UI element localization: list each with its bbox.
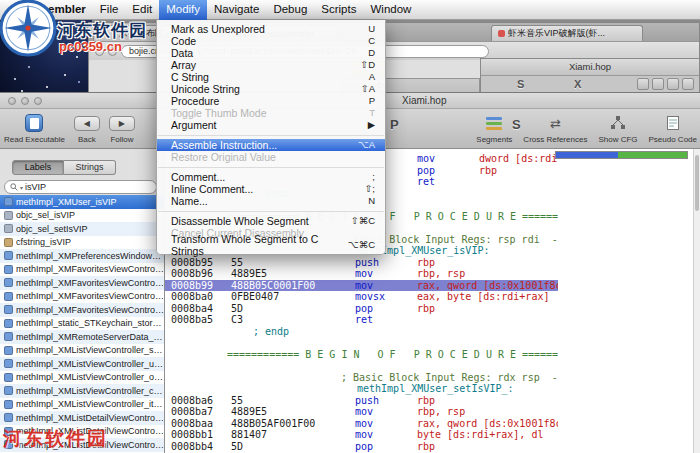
minimize-window-button[interactable] [21,97,29,105]
zoom-window-button[interactable] [34,97,42,105]
symbol-list-item[interactable]: methImpl_XMFavoritesViewController... [0,303,164,317]
symbol-list-item[interactable]: methImpl_XMListDetailViewController... [0,411,164,425]
asm-line[interactable] [165,360,558,372]
modify-menu-item[interactable]: Inline Comment... ⇧; [157,183,385,195]
menubar-item[interactable]: Modify [159,0,207,20]
modify-menu-item[interactable]: C String A [157,71,385,83]
menubar-item[interactable]: Scripts [314,0,363,20]
sidebar-tab[interactable]: Strings [64,160,116,175]
toolbar-left-group: Read Executable ◀ Back ▶ Follow [4,111,135,144]
modify-menu-item[interactable] [157,207,385,215]
xrefs-toolbar-icon[interactable]: X [574,78,581,90]
modify-menu-item[interactable]: Comment... ; [157,171,385,183]
symbol-list-item[interactable]: methImpl_XMFavoritesViewController... [0,276,164,290]
modify-menu-item[interactable]: Mark as Unexplored U [157,23,385,35]
modify-menu-item[interactable]: Code C [157,35,385,47]
follow-button[interactable]: ▶ Follow [109,111,135,144]
symbol-list-item[interactable]: methImpl_static_STKeychain_storeUse... [0,317,164,331]
modify-menu-item[interactable]: Data D [157,47,385,59]
symbol-list-item[interactable]: objc_sel_setIsVIP [0,222,164,236]
symbol-label: methImpl_XMListViewController_iteml... [16,399,164,409]
browser-tab[interactable]: 虾米音乐VIP破解版(虾... [491,25,643,41]
background-window: Xiami.hop S X [480,58,700,96]
segments-toolbar-icon[interactable]: S [517,78,524,90]
symbol-list-item[interactable]: methImpl_XMListViewController_chec... [0,384,164,398]
asm-line[interactable]: 0008b964889E5movrbp, rsp [165,268,558,280]
show-cfg-button[interactable]: Show CFG [598,111,637,144]
menubar-item[interactable]: Window [363,0,418,20]
symbol-list-item[interactable]: methImpl_XMListViewController_upda... [0,357,164,371]
asm-line[interactable] [165,337,558,349]
asm-line[interactable]: ; Basic Block Input Regs: rdx rsp - Kill… [165,372,558,384]
symbol-type-icon [4,197,13,206]
symbol-list-item[interactable]: methImpl_XMUser_isVIP [0,195,164,209]
menubar-item[interactable]: Edit [125,0,159,20]
asm-line[interactable]: 0008b99488B05C0001F00movrax, qword [ds:0… [165,280,558,292]
navigation-bar[interactable] [555,151,688,159]
symbol-list-item[interactable]: methImpl_XMListViewController_settle... [0,344,164,358]
segments-button[interactable]: Segments [476,111,512,144]
asm-line[interactable]: ; endp [165,326,558,338]
search-field[interactable]: ▾ isVIP [4,180,157,194]
toolbar-button-label: Cross References [523,135,587,144]
modify-menu-item[interactable]: Assemble Instruction... ⌥A [157,139,385,151]
symbol-type-icon [4,211,13,220]
toolbar-button-label: Follow [110,135,133,144]
menubar-item[interactable]: Debug [266,0,314,20]
modify-menu-item[interactable]: Argument ▶ [157,119,385,131]
asm-line[interactable]: 0008ba5C3ret [165,314,558,326]
screen: 『原创发布区』... Hopper Disassembler v2.7... 虾… [0,0,700,453]
modify-menu-item[interactable]: Transform Whole Segment to C Strings ⌥⌘C [157,239,385,251]
symbol-list-item[interactable]: methImpl_XMFavoritesViewController_s... [0,263,164,277]
toolbar-icon[interactable] [667,78,679,90]
back-button[interactable]: ◀ Back [74,111,100,144]
modify-menu-item[interactable]: Restore Original Value [157,151,385,163]
asm-line[interactable]: 0008ba45Dpoprbp [165,303,558,315]
modify-menu-item[interactable]: Toggle Thumb Mode T [157,107,385,119]
toolbar-icon[interactable] [682,78,694,90]
modify-menu-item[interactable]: Array ⇧D [157,59,385,71]
asm-line[interactable]: 0008ba655pushrbp [165,395,558,407]
toolbar-icon[interactable] [652,78,664,90]
menubar-item[interactable]: File [93,0,126,20]
modify-menu-item[interactable] [157,163,385,171]
menu-item-label: Argument [171,119,217,131]
symbol-list-item[interactable]: methImpl_XMListViewController_iteml... [0,398,164,412]
modify-menu-item[interactable]: Disassemble Whole Segment ⇧⌘C [157,215,385,227]
symbol-list-item[interactable]: methImpl_XMListViewController_obser... [0,371,164,385]
symbol-label: methImpl_XMListViewController_chec... [16,386,164,396]
read-executable-button[interactable]: Read Executable [4,111,65,144]
asm-line[interactable]: 0008baa488B05AF001F00movrax, qword [ds:0… [165,418,558,430]
symbol-list-item[interactable]: objc_sel_isVIP [0,209,164,223]
symbol-list-item[interactable]: cfstring_isVIP [0,236,164,250]
symbol-label: methImpl_XMFavoritesViewController... [16,278,164,288]
symbol-list-item[interactable]: methImpl_XMPreferencesWindowContro... [0,249,164,263]
asm-line[interactable]: 0008ba74889E5movrbp, rsp [165,406,558,418]
sidebar-tab[interactable]: Labels [12,160,64,175]
modify-menu-item[interactable] [157,131,385,139]
asm-line[interactable]: methImpl_XMUser_setIsVIP_: [165,383,558,395]
nav-segment[interactable] [618,152,687,158]
asm-line[interactable]: ============ B E G I N O F P R O C E D U… [165,349,558,361]
modify-menu-item[interactable]: Unicode String ⇧A [157,83,385,95]
menubar-item[interactable]: Navigate [207,0,266,20]
cross-references-button[interactable]: ⇄ Cross References [523,111,587,144]
pseudo-code-button[interactable]: Pseudo Code [649,111,697,144]
asm-line[interactable]: 0008bb1881407movbyte [ds:rdi+rax], dl [165,429,558,441]
symbol-list-item[interactable]: methImpl_XMRemoteServerData_retur... [0,330,164,344]
symbol-label: methImpl_XMListViewController_upda... [16,359,164,369]
toolbar-icon[interactable] [637,78,649,90]
asm-line[interactable]: 0008bb45Dpoprbp [165,441,558,453]
toolbar-icon-cluster [637,78,694,90]
menu-item-shortcut: ⇧A [361,83,375,95]
scrollbar-thumb[interactable] [695,155,699,211]
asm-line[interactable]: 0008b9555pushrbp [165,257,558,269]
nav-segment[interactable] [556,152,618,158]
modify-menu-item[interactable]: Name... N [157,195,385,207]
scrollbar[interactable] [693,149,700,453]
asm-line[interactable]: 0008ba00FBE0407movsxeax, byte [ds:rdi+ra… [165,291,558,303]
close-window-button[interactable] [8,97,16,105]
symbol-list-item[interactable]: methImpl_XMFavoritesViewController... [0,290,164,304]
modify-menu-item[interactable]: Procedure P [157,95,385,107]
procedures-badge-icon[interactable]: P [390,117,399,132]
